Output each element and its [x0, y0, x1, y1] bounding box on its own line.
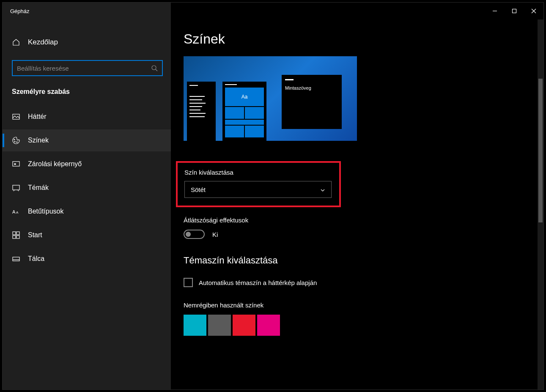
sidebar-item-lockscreen[interactable]: Zárolási képernyő	[3, 153, 171, 175]
home-link[interactable]: Kezdőlap	[3, 32, 171, 52]
sidebar-item-themes[interactable]: Témák	[3, 177, 171, 199]
transparency-label: Átlátszósági effektusok	[184, 217, 543, 224]
search-input[interactable]	[17, 65, 151, 72]
nav-label: Témák	[28, 184, 49, 192]
color-swatch[interactable]	[184, 315, 206, 336]
sidebar: Kezdőlap Személyre szabás Háttér Színek	[3, 19, 171, 389]
transparency-toggle-row: Ki	[184, 230, 543, 239]
auto-accent-label: Automatikus témaszín a háttérkép alapján	[199, 279, 317, 286]
sidebar-item-fonts[interactable]: AA Betűtípusok	[3, 200, 171, 222]
body-area: Kezdőlap Személyre szabás Háttér Színek	[3, 19, 543, 389]
highlighted-section: Szín kiválasztása Sötét	[176, 161, 341, 207]
chevron-down-icon	[320, 187, 325, 192]
maximize-icon	[512, 8, 517, 14]
svg-rect-16	[16, 232, 19, 235]
color-swatch[interactable]	[233, 315, 255, 336]
palette-icon	[12, 136, 20, 145]
picture-icon	[12, 112, 20, 121]
transparency-toggle[interactable]	[184, 230, 205, 239]
nav-label: Start	[28, 231, 42, 239]
sidebar-item-colors[interactable]: Színek	[3, 129, 171, 151]
taskbar-icon	[12, 255, 20, 263]
color-swatch[interactable]	[208, 315, 231, 336]
nav-label: Betűtípusok	[28, 208, 64, 215]
recent-colors-label: Nemrégiben használt színek	[184, 302, 543, 309]
color-mode-dropdown[interactable]: Sötét	[184, 181, 332, 198]
nav-label: Háttér	[28, 113, 47, 121]
category-header: Személyre szabás	[3, 84, 171, 104]
close-button[interactable]	[524, 3, 543, 19]
minimize-button[interactable]	[485, 3, 505, 19]
preview-start-menu	[187, 82, 216, 141]
sidebar-item-background[interactable]: Háttér	[3, 106, 171, 128]
svg-rect-17	[13, 236, 16, 238]
color-select-label: Szín kiválasztása	[184, 169, 332, 176]
window-title: Gépház	[3, 3, 171, 19]
preview-window: Mintaszöveg	[282, 75, 342, 129]
svg-rect-15	[13, 232, 16, 235]
nav-label: Zárolási képernyő	[28, 160, 82, 168]
sidebar-item-taskbar[interactable]: Tálca	[3, 248, 171, 270]
svg-rect-12	[13, 185, 19, 190]
search-wrap	[3, 52, 171, 84]
accent-heading: Témaszín kiválasztása	[184, 255, 543, 266]
page-title: Színek	[184, 31, 543, 47]
svg-rect-11	[14, 164, 16, 164]
color-swatch[interactable]	[257, 315, 280, 336]
fonts-icon: AA	[12, 207, 20, 216]
svg-rect-18	[16, 236, 19, 238]
home-icon	[12, 38, 20, 47]
svg-point-4	[152, 66, 156, 70]
home-label: Kezdőlap	[28, 38, 58, 47]
themes-icon	[12, 184, 20, 192]
svg-rect-1	[513, 9, 516, 13]
preview-tiles: Aa	[222, 82, 266, 141]
svg-line-5	[156, 69, 157, 71]
auto-accent-row: Automatikus témaszín a háttérkép alapján	[184, 278, 543, 287]
nav-label: Tálca	[28, 255, 44, 263]
content-area: Színek Aa	[171, 19, 543, 389]
search-icon	[151, 65, 158, 71]
titlebar: Gépház	[3, 3, 543, 19]
lockscreen-icon	[12, 160, 20, 168]
close-icon	[531, 8, 536, 14]
scrollbar[interactable]	[538, 19, 543, 389]
settings-window: Gépház Kezdőlap	[2, 2, 544, 390]
svg-text:A: A	[12, 209, 16, 214]
sidebar-item-start[interactable]: Start	[3, 224, 171, 246]
nav-label: Színek	[28, 137, 49, 144]
preview-tile-aa: Aa	[225, 88, 264, 106]
svg-point-7	[14, 139, 15, 140]
toggle-state-label: Ki	[212, 231, 218, 238]
scrollbar-thumb[interactable]	[538, 79, 543, 222]
search-box[interactable]	[12, 60, 163, 76]
window-controls	[171, 3, 543, 19]
toggle-knob	[186, 232, 191, 237]
start-icon	[12, 231, 20, 239]
svg-point-9	[16, 142, 17, 143]
svg-rect-19	[13, 257, 19, 261]
svg-rect-10	[13, 162, 19, 166]
dropdown-value: Sötét	[191, 186, 206, 193]
color-preview: Aa Mintaszöveg	[184, 56, 357, 147]
preview-sample-text: Mintaszöveg	[285, 85, 338, 90]
recent-colors-row	[184, 315, 543, 336]
auto-accent-checkbox[interactable]	[184, 278, 193, 287]
svg-point-8	[14, 141, 15, 142]
minimize-icon	[492, 8, 497, 14]
maximize-button[interactable]	[505, 3, 524, 19]
svg-text:A: A	[16, 211, 19, 214]
